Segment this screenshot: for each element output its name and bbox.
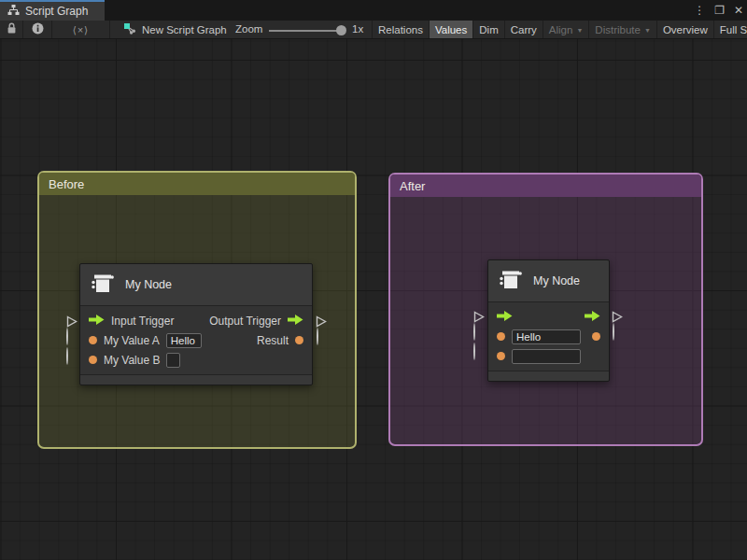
- node-title: My Node: [533, 274, 580, 287]
- group-before-title: Before: [49, 177, 84, 191]
- titlebar: Script Graph ⋮ ❐ ✕: [0, 0, 747, 21]
- value-b-field[interactable]: [166, 353, 180, 368]
- output-trigger-label: Output Trigger: [209, 315, 281, 328]
- result-label: Result: [257, 334, 289, 347]
- values-button[interactable]: Values: [429, 21, 472, 38]
- node-header[interactable]: My Node: [80, 264, 312, 306]
- graph-hierarchy-icon: [7, 5, 20, 18]
- value-a-field[interactable]: Hello: [166, 333, 202, 348]
- node-footer: [80, 374, 312, 385]
- node-footer: [488, 371, 609, 381]
- lock-icon: [7, 22, 17, 36]
- dim-button[interactable]: Dim: [472, 21, 503, 38]
- unit-icon: [91, 273, 115, 298]
- graph-canvas[interactable]: Before After My Node Input Trigger: [0, 39, 747, 560]
- trigger-out-port-icon[interactable]: [585, 311, 600, 324]
- graph-name-label: New Script Graph: [142, 24, 227, 35]
- zoom-value: 1x: [352, 23, 363, 35]
- input-trigger-label: Input Trigger: [111, 315, 174, 328]
- tab-label: Script Graph: [25, 5, 88, 18]
- info-icon: [32, 22, 44, 36]
- align-dropdown[interactable]: Align▼: [543, 21, 589, 38]
- value-out-port-icon[interactable]: [592, 332, 600, 341]
- toolbar: ⟨×⟩ New Script Graph Zoom 1x Relations V…: [0, 21, 747, 39]
- tab-script-graph[interactable]: Script Graph: [0, 0, 105, 21]
- external-trigger-out-port-icon[interactable]: [316, 315, 327, 328]
- value-in-port-icon[interactable]: [89, 356, 97, 364]
- node-my-node-after[interactable]: My Node Hello: [487, 259, 610, 382]
- trigger-out-port-icon[interactable]: [288, 315, 303, 328]
- chevron-down-icon: ▼: [644, 27, 651, 34]
- value-in-port-icon[interactable]: [89, 336, 97, 344]
- distribute-dropdown[interactable]: Distribute▼: [588, 21, 656, 38]
- node-my-node-before[interactable]: My Node Input Trigger Output Trigger My …: [79, 263, 313, 385]
- value-a-label: My Value A: [104, 334, 160, 347]
- code-preview-button[interactable]: ⟨×⟩: [52, 21, 110, 38]
- value-in-port-icon[interactable]: [497, 352, 505, 360]
- full-screen-button[interactable]: Full Screen: [713, 21, 747, 38]
- group-before-header[interactable]: Before: [39, 173, 355, 195]
- code-icon: ⟨×⟩: [73, 24, 89, 35]
- relations-button[interactable]: Relations: [372, 21, 429, 38]
- value-a-field[interactable]: Hello: [512, 329, 581, 344]
- overview-button[interactable]: Overview: [656, 21, 713, 38]
- trigger-in-port-icon[interactable]: [89, 315, 105, 328]
- external-trigger-in-port-icon[interactable]: [66, 315, 78, 328]
- script-graph-asset-icon: [123, 22, 136, 36]
- zoom-slider-handle[interactable]: [336, 25, 346, 35]
- window-menu-icon[interactable]: ⋮: [694, 4, 705, 17]
- group-after-title: After: [400, 179, 425, 193]
- script-graph-window: Script Graph ⋮ ❐ ✕ ⟨×⟩: [0, 0, 747, 560]
- value-out-port-icon[interactable]: [295, 336, 303, 344]
- carry-button[interactable]: Carry: [504, 21, 543, 38]
- node-body: Hello: [488, 302, 609, 371]
- chevron-down-icon: ▼: [576, 27, 583, 34]
- node-header[interactable]: My Node: [488, 260, 609, 302]
- close-icon[interactable]: ✕: [734, 4, 743, 17]
- trigger-in-port-icon[interactable]: [497, 311, 513, 324]
- maximize-icon[interactable]: ❐: [714, 4, 725, 17]
- inspect-button[interactable]: [23, 21, 52, 38]
- node-body: Input Trigger Output Trigger My Value A …: [80, 306, 312, 374]
- value-b-label: My Value B: [104, 354, 160, 367]
- value-in-port-icon[interactable]: [497, 332, 505, 341]
- zoom-slider-track[interactable]: [269, 30, 340, 32]
- external-trigger-in-port-icon[interactable]: [473, 311, 485, 323]
- value-b-field[interactable]: [512, 349, 581, 364]
- unit-icon: [499, 269, 523, 294]
- lock-button[interactable]: [0, 21, 23, 38]
- external-trigger-out-port-icon[interactable]: [612, 311, 623, 323]
- view-button-group: Relations Values Dim Carry Align▼ Distri…: [372, 21, 747, 38]
- zoom-label: Zoom: [235, 23, 262, 35]
- node-title: My Node: [125, 278, 172, 291]
- group-after-header[interactable]: After: [390, 175, 701, 197]
- graph-breadcrumb[interactable]: New Script Graph: [123, 21, 227, 38]
